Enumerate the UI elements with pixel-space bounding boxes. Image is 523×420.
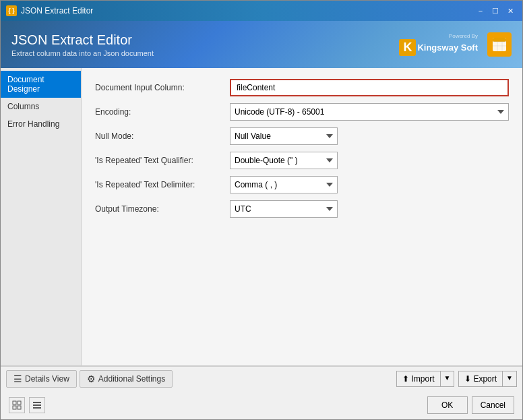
import-icon: ⬆ — [402, 374, 409, 384]
app-icon: { } — [6, 5, 17, 16]
export-label: Export — [473, 374, 497, 384]
header: JSON Extract Editor Extract column data … — [1, 21, 522, 68]
maximize-button[interactable]: ☐ — [489, 4, 502, 18]
form-row-output-timezone: Output Timezone: UTC Local EST PST — [95, 200, 509, 218]
label-encoding: Encoding: — [95, 107, 230, 117]
ok-button[interactable]: OK — [427, 396, 468, 414]
form-row-text-qualifier: 'Is Repeated' Text Qualifier: Double-Quo… — [95, 152, 509, 169]
cancel-button[interactable]: Cancel — [472, 396, 514, 414]
window-controls: − ☐ ✕ — [474, 4, 517, 18]
form-row-encoding: Encoding: Unicode (UTF-8) - 65001 ASCII … — [95, 103, 509, 121]
select-encoding-wrapper: Unicode (UTF-8) - 65001 ASCII - 20127 Un… — [230, 103, 509, 121]
select-text-qualifier-wrapper: Double-Quote (" ) Single-Quote (') None — [230, 152, 509, 169]
null-mode-select[interactable]: Null Value Empty String DBNull — [230, 127, 338, 145]
svg-rect-6 — [13, 401, 16, 404]
sidebar-item-document-designer[interactable]: Document Designer — [1, 71, 81, 98]
footer-tabs: ☰ Details View ⚙ Additional Settings — [6, 370, 173, 388]
label-null-mode: Null Mode: — [95, 131, 230, 141]
title-bar: { } JSON Extract Editor − ☐ ✕ — [1, 1, 522, 21]
minimize-button[interactable]: − — [474, 4, 487, 18]
app-title: JSON Extract Editor — [11, 32, 154, 48]
text-qualifier-select[interactable]: Double-Quote (" ) Single-Quote (') None — [230, 152, 338, 169]
sidebar-item-error-handling[interactable]: Error Handling — [1, 115, 81, 133]
details-view-icon: ☰ — [13, 373, 22, 384]
export-split-button[interactable]: ⬇ Export ▼ — [458, 371, 517, 387]
svg-rect-1 — [493, 38, 506, 42]
grid-icon — [12, 400, 22, 410]
import-arrow[interactable]: ▼ — [440, 371, 455, 387]
additional-settings-icon: ⚙ — [87, 373, 96, 384]
input-document-input-column — [230, 79, 509, 96]
footer-bottom: OK Cancel — [1, 391, 522, 419]
svg-rect-9 — [18, 406, 21, 409]
import-label: Import — [411, 374, 434, 384]
close-button[interactable]: ✕ — [503, 4, 517, 18]
form-row-text-delimiter: 'Is Repeated' Text Delimiter: Comma ( , … — [95, 176, 509, 193]
header-text: JSON Extract Editor Extract column data … — [11, 32, 154, 57]
form-area: Document Input Column: Encoding: Unicode… — [82, 68, 522, 365]
svg-rect-10 — [33, 402, 41, 403]
header-logo: Powered By K Kingsway Soft — [399, 32, 512, 57]
label-text-qualifier: 'Is Repeated' Text Qualifier: — [95, 156, 230, 165]
logo-table-icon — [487, 32, 512, 57]
logo-name: Kingsway Soft — [417, 42, 478, 53]
small-icon-btn-1[interactable] — [9, 397, 25, 413]
document-input-field[interactable] — [230, 79, 509, 96]
label-text-delimiter: 'Is Repeated' Text Delimiter: — [95, 180, 230, 189]
svg-rect-8 — [13, 406, 16, 409]
details-view-label: Details View — [25, 374, 69, 384]
dialog-buttons: OK Cancel — [427, 396, 514, 414]
select-output-timezone-wrapper: UTC Local EST PST — [230, 200, 509, 218]
footer-small-buttons — [9, 397, 45, 413]
select-null-mode-wrapper: Null Value Empty String DBNull — [230, 127, 509, 145]
export-main-part[interactable]: ⬇ Export — [458, 371, 502, 387]
export-arrow[interactable]: ▼ — [502, 371, 517, 387]
label-output-timezone: Output Timezone: — [95, 204, 230, 214]
list-icon — [32, 400, 42, 410]
svg-rect-7 — [18, 401, 21, 404]
details-view-tab[interactable]: ☰ Details View — [6, 370, 77, 388]
svg-rect-12 — [33, 407, 41, 409]
text-delimiter-select[interactable]: Comma ( , ) Tab Semicolon ( ; ) Pipe ( |… — [230, 176, 338, 193]
small-icon-btn-2[interactable] — [29, 397, 45, 413]
export-icon: ⬇ — [464, 374, 471, 384]
window: { } JSON Extract Editor − ☐ ✕ JSON Extra… — [0, 0, 523, 420]
sidebar: Document Designer Columns Error Handling — [1, 68, 82, 365]
main-content: Document Designer Columns Error Handling… — [1, 68, 522, 365]
encoding-select[interactable]: Unicode (UTF-8) - 65001 ASCII - 20127 Un… — [230, 103, 509, 121]
output-timezone-select[interactable]: UTC Local EST PST — [230, 200, 338, 218]
footer: ☰ Details View ⚙ Additional Settings ⬆ I… — [1, 365, 522, 419]
import-split-button[interactable]: ⬆ Import ▼ — [396, 371, 454, 387]
footer-action-buttons: ⬆ Import ▼ ⬇ Export ▼ — [396, 371, 517, 387]
logo-powered-by: Powered By — [449, 33, 478, 39]
form-row-document-input: Document Input Column: — [95, 79, 509, 96]
sidebar-item-columns[interactable]: Columns — [1, 98, 81, 115]
select-text-delimiter-wrapper: Comma ( , ) Tab Semicolon ( ; ) Pipe ( |… — [230, 176, 509, 193]
label-document-input-column: Document Input Column: — [95, 83, 230, 92]
additional-settings-label: Additional Settings — [98, 374, 165, 384]
additional-settings-tab[interactable]: ⚙ Additional Settings — [80, 370, 173, 388]
import-main-part[interactable]: ⬆ Import — [396, 371, 439, 387]
window-title: JSON Extract Editor — [21, 6, 474, 16]
app-subtitle: Extract column data into an Json documen… — [11, 49, 154, 57]
logo-badge: K — [399, 39, 416, 56]
form-row-null-mode: Null Mode: Null Value Empty String DBNul… — [95, 127, 509, 145]
svg-rect-11 — [33, 404, 41, 406]
